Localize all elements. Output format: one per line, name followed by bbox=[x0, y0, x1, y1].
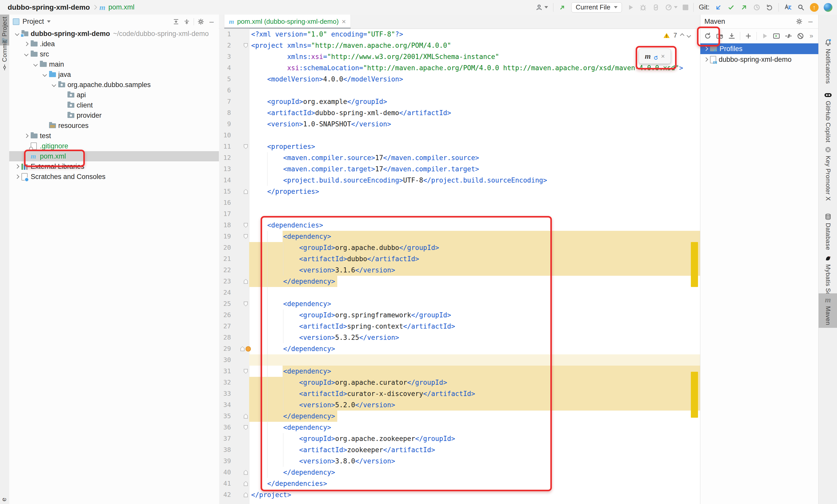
code-line-15[interactable]: 15 </properties> bbox=[219, 186, 700, 197]
tree-item-main[interactable]: main bbox=[9, 59, 219, 70]
tree-item-resources[interactable]: resources bbox=[9, 120, 219, 131]
stripe-button-maven[interactable]: mMaven bbox=[819, 293, 837, 328]
code-line-16[interactable]: 16 bbox=[219, 197, 700, 208]
tab-close-icon[interactable]: × bbox=[342, 18, 346, 25]
code-line-4[interactable]: 4 xsi:schemaLocation="http://maven.apach… bbox=[219, 62, 700, 74]
code-line-6[interactable]: 6 bbox=[219, 85, 700, 96]
fold-end-marker-icon[interactable] bbox=[244, 492, 248, 497]
fold-marker-icon[interactable] bbox=[244, 43, 248, 48]
build-project-button[interactable] bbox=[558, 4, 566, 11]
breadcrumb-file[interactable]: pom.xml bbox=[108, 3, 135, 11]
maven-offline-mode-button[interactable] bbox=[797, 32, 804, 40]
breadcrumb-project[interactable]: dubbo-spring-xml-demo bbox=[8, 3, 90, 12]
tree-item-test[interactable]: test bbox=[9, 131, 219, 141]
code-line-9[interactable]: 9 <version>1.0-SNAPSHOT</version> bbox=[219, 118, 700, 130]
tree-item-client[interactable]: client bbox=[9, 100, 219, 110]
tree-chevron-icon[interactable] bbox=[14, 165, 20, 168]
code-line-10[interactable]: 10 bbox=[219, 130, 700, 141]
maven-add-button[interactable] bbox=[745, 32, 752, 40]
tree-item--idea[interactable]: .idea bbox=[9, 39, 219, 49]
maven-skip-tests-button[interactable] bbox=[785, 32, 792, 40]
stripe-button-key-promoter-x[interactable]: Key Promoter X bbox=[819, 144, 837, 203]
prev-warning-icon[interactable] bbox=[680, 33, 684, 38]
code-line-12[interactable]: 12 <maven.compiler.source>17</maven.comp… bbox=[219, 152, 700, 163]
fold-marker-icon[interactable] bbox=[244, 425, 248, 430]
tree-item-scratches-and-consoles[interactable]: Scratches and Consoles bbox=[9, 172, 219, 182]
maven-execute-goal-button[interactable] bbox=[772, 32, 780, 40]
code-line-1[interactable]: 1<?xml version="1.0" encoding="UTF-8"?> bbox=[219, 29, 700, 40]
tree-chevron-icon[interactable] bbox=[51, 83, 57, 86]
tree-chevron-icon[interactable] bbox=[41, 73, 48, 76]
warning-count[interactable]: 7 bbox=[674, 32, 677, 39]
maven-more-actions[interactable]: » bbox=[810, 32, 813, 40]
stripe-button-notifications[interactable]: Notifications bbox=[819, 36, 837, 86]
fold-end-marker-icon[interactable] bbox=[244, 470, 248, 475]
tree-item-api[interactable]: api bbox=[9, 90, 219, 100]
fold-end-marker-icon[interactable] bbox=[244, 481, 248, 486]
scrollbar-change-marker[interactable] bbox=[691, 242, 698, 287]
fold-marker-icon[interactable] bbox=[244, 369, 248, 374]
tree-chevron-icon[interactable] bbox=[32, 63, 39, 66]
git-update-button[interactable] bbox=[715, 4, 722, 11]
git-rollback-button[interactable] bbox=[766, 4, 773, 11]
run-configuration-select[interactable]: Current File bbox=[571, 2, 622, 13]
translate-icon[interactable] bbox=[784, 3, 792, 12]
code-line-14[interactable]: 14 <project.build.sourceEncoding>UTF-8</… bbox=[219, 175, 700, 186]
maven-download-sources-button[interactable] bbox=[728, 32, 735, 40]
code-line-3[interactable]: 3 xmlns:xsi="http://www.w3.org/2001/XMLS… bbox=[219, 51, 700, 62]
fold-marker-icon[interactable] bbox=[244, 223, 248, 228]
intention-bulb-icon[interactable] bbox=[246, 346, 251, 352]
run-coverage-button[interactable] bbox=[652, 4, 660, 11]
tree-chevron-icon[interactable] bbox=[704, 57, 708, 62]
stop-button[interactable] bbox=[683, 5, 688, 10]
fold-marker-icon[interactable] bbox=[244, 301, 248, 306]
project-settings-gear-icon[interactable] bbox=[197, 18, 204, 25]
tree-chevron-icon[interactable] bbox=[23, 42, 30, 45]
maven-settings-gear-icon[interactable] bbox=[795, 18, 803, 25]
fold-end-marker-icon[interactable] bbox=[244, 414, 248, 419]
tree-chevron-icon[interactable] bbox=[23, 134, 30, 137]
editor-tab-pom[interactable]: m pom.xml (dubbo-spring-xml-demo) × bbox=[224, 15, 351, 29]
stripe-button-database[interactable]: Database bbox=[819, 211, 837, 253]
profiler-button[interactable] bbox=[665, 4, 678, 11]
git-commit-button[interactable] bbox=[727, 4, 735, 11]
code-line-13[interactable]: 13 <maven.compiler.target>17</maven.comp… bbox=[219, 163, 700, 175]
expand-all-button[interactable] bbox=[172, 18, 180, 25]
update-notification-icon[interactable]: ↑ bbox=[810, 3, 819, 12]
tree-item-org-apache-dubbo-samples[interactable]: org.apache.dubbo.samples bbox=[9, 80, 219, 90]
next-warning-icon[interactable] bbox=[687, 33, 691, 38]
tree-item-dubbo-spring-xml-demo[interactable]: dubbo-spring-xml-demo~/code/dubbo-spring… bbox=[9, 29, 219, 39]
user-account-button[interactable] bbox=[535, 4, 548, 11]
run-button[interactable] bbox=[627, 4, 634, 11]
code-line-2[interactable]: 2<project xmlns="http://maven.apache.org… bbox=[219, 40, 700, 51]
tree-item-provider[interactable]: provider bbox=[9, 110, 219, 120]
debug-button[interactable] bbox=[639, 4, 647, 11]
git-push-button[interactable] bbox=[740, 4, 748, 11]
tree-chevron-icon[interactable] bbox=[704, 47, 708, 51]
fold-end-marker-icon[interactable] bbox=[244, 279, 248, 284]
tree-item-src[interactable]: src bbox=[9, 49, 219, 59]
stripe-button-commit[interactable]: Commit bbox=[0, 38, 9, 73]
git-history-button[interactable] bbox=[753, 4, 761, 11]
tree-chevron-icon[interactable] bbox=[14, 175, 20, 178]
code-line-5[interactable]: 5 <modelVersion>4.0.0</modelVersion> bbox=[219, 74, 700, 85]
fold-end-marker-icon[interactable] bbox=[244, 189, 248, 194]
collapse-all-button[interactable] bbox=[183, 18, 191, 25]
tree-item-java[interactable]: java bbox=[9, 70, 219, 80]
scrollbar-change-marker[interactable] bbox=[691, 372, 698, 418]
code-line-11[interactable]: 11 <properties> bbox=[219, 141, 700, 152]
hide-panel-button[interactable]: – bbox=[208, 18, 215, 25]
fold-end-marker-icon[interactable] bbox=[241, 347, 245, 351]
breadcrumb[interactable]: dubbo-spring-xml-demo m pom.xml bbox=[8, 3, 135, 12]
fold-marker-icon[interactable] bbox=[244, 234, 248, 239]
maven-run-button[interactable] bbox=[761, 33, 768, 40]
maven-item-dubbo-spring-xml-demo[interactable]: dubbo-spring-xml-demo bbox=[700, 54, 818, 65]
search-everywhere-icon[interactable] bbox=[797, 4, 805, 11]
stripe-button-mybatis-sql[interactable]: Mybatis Sql bbox=[819, 252, 837, 300]
project-view-caret-icon[interactable] bbox=[47, 20, 51, 23]
tree-chevron-icon[interactable] bbox=[23, 53, 30, 56]
code-line-7[interactable]: 7 <groupId>org.example</groupId> bbox=[219, 96, 700, 107]
ide-sphere-icon[interactable] bbox=[824, 3, 832, 12]
tree-chevron-icon[interactable] bbox=[14, 32, 20, 35]
code-line-8[interactable]: 8 <artifactId>dubbo-spring-xml-demo</art… bbox=[219, 107, 700, 118]
